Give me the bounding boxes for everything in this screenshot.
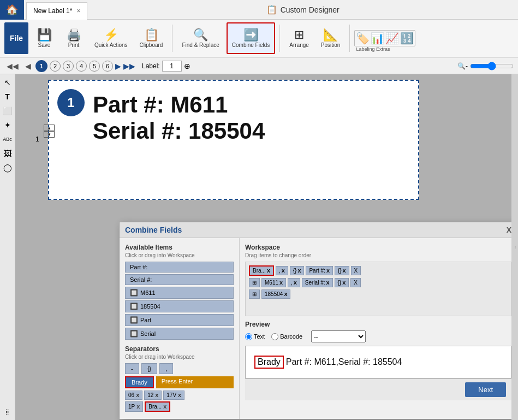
workspace-subtitle: Drag items to change order [245,252,511,258]
avail-m611-item[interactable]: 🔲 M611 [125,287,234,299]
avail-serial-item[interactable]: Serial #: [125,274,234,285]
ws-curly1-remove[interactable]: X [297,268,301,274]
chip-1p[interactable]: 1P X [125,401,143,412]
serial2-icon: 🔲 [130,330,138,338]
avail-185504-item[interactable]: 🔲 185504 [125,300,234,312]
chip-bra[interactable]: Bra... X [145,401,170,412]
chip-06[interactable]: 06 X [125,391,142,400]
labeling-extra-1[interactable]: 🏷️ [356,32,370,45]
text-radio-label[interactable]: Text [245,333,265,340]
labeling-extra-2[interactable]: 📊 [371,32,384,45]
side-arrow-down[interactable]: ▼ [44,131,55,138]
ws-185504-remove[interactable]: X [284,292,287,297]
labeling-extra-3[interactable]: 📈 [385,32,399,45]
dash-separator[interactable]: - [125,363,139,374]
ws-curly1-label: {} [293,268,297,274]
dialog-close-button[interactable]: X [507,226,511,234]
workspace-row-2: ⊞ M611 X , X [249,278,508,287]
nav-next-button[interactable]: ▶ [115,62,121,70]
zoom-slider[interactable] [470,62,514,70]
ws-curly2-remove[interactable]: X [343,268,346,274]
nav-first-button[interactable]: ◀◀ [4,61,21,72]
ws-chip-comma2[interactable]: , X [288,278,300,287]
nav-last-button[interactable]: ▶▶ [123,62,135,70]
preview-box: Brady Part #: M611,Serial #: 185504 [245,346,511,378]
canvas-area: 1 Part #: M611 Serial #: 185504 1 ▲ ▼ Co [15,74,511,420]
ws-comma2-remove[interactable]: X [294,280,297,286]
nav-prev-button[interactable]: ◀ [23,61,33,72]
chip-17v[interactable]: 17V X [163,391,184,400]
avail-serial2-item[interactable]: 🔲 Serial [125,328,234,340]
ws-chip-m611[interactable]: M611 X [261,278,286,287]
ws-chip-bra[interactable]: Bra... X [249,265,274,276]
nav-forward-button[interactable]: ⊕ [184,62,190,70]
print-button[interactable]: 🖨️ Print [60,22,87,54]
position-button[interactable]: 📐 Position [316,22,346,54]
curly-separator[interactable]: {} [141,363,157,374]
nav-page-1[interactable]: 1 [35,60,47,72]
ws-m611-remove[interactable]: X [279,280,283,286]
nav-page-3[interactable]: 3 [63,61,74,72]
circle-tool[interactable]: ◯ [2,162,14,174]
ws-chip-part[interactable]: Part #: X [306,266,332,275]
arrange-button[interactable]: ⊞ Arrange [284,22,314,54]
clipboard-button[interactable]: 📋 Clipboard [135,22,168,54]
tab-close-button[interactable]: × [76,7,80,15]
chip-17v-remove[interactable]: X [178,393,181,398]
ws-chip-curly2[interactable]: {} X [335,266,349,275]
zoom-controls: 🔍- [457,62,514,70]
ws-chip-comma1[interactable]: , X [276,266,288,275]
ws-chip-185504[interactable]: 185504 X [261,289,290,299]
chip-06-remove[interactable]: X [136,393,139,398]
find-replace-button[interactable]: 🔍 Find & Replace [177,22,224,54]
text-radio[interactable] [245,333,252,340]
ws-chip-x2[interactable]: X [350,278,361,287]
next-button[interactable]: Next [465,382,506,397]
app-tab[interactable]: New Label 1* × [26,2,87,20]
ws-comma1-remove[interactable]: X [282,268,285,274]
brady-separator[interactable]: Brady [125,376,154,388]
ws-chip-x1[interactable]: X [351,266,361,275]
text-tool[interactable]: T [2,91,14,103]
home-button[interactable]: 🏠 [0,0,24,20]
chip-12-remove[interactable]: X [155,393,158,398]
side-arrow-up[interactable]: ▲ [44,125,55,131]
shape-tool[interactable]: ⬜ [2,105,14,117]
image-tool[interactable]: 🖼 [2,147,14,159]
quick-actions-button[interactable]: ⚡ Quick Actions [90,22,133,54]
barcode-radio-label[interactable]: Barcode [271,333,302,340]
grid-tool[interactable]: ⣿ [2,406,14,418]
abc-tool[interactable]: ABc [2,133,14,145]
select-tool[interactable]: ↖ [2,76,14,88]
nav-page-5[interactable]: 5 [89,61,100,72]
pointer-tool[interactable]: ✦ [2,119,14,131]
zoom-out-button[interactable]: 🔍- [457,62,468,70]
save-button[interactable]: 💾 Save [31,22,58,54]
chip-1p-remove[interactable]: X [136,404,140,410]
ws-chip-serial[interactable]: Serial #: X [302,278,333,287]
avail-part-item[interactable]: Part #: [125,262,234,273]
nav-page-4[interactable]: 4 [76,61,87,72]
app-title-area: 📋 Custom Designer [87,4,518,15]
brady-enter-row: Brady Press Enter [125,376,234,388]
barcode-type-select[interactable]: -- [311,330,366,342]
nav-page-2[interactable]: 2 [50,61,61,72]
chip-bra-remove[interactable]: X [163,404,166,410]
file-button[interactable]: File [4,22,28,54]
nav-page-6[interactable]: 6 [102,61,113,72]
ws-part-remove[interactable]: X [326,268,330,274]
barcode-radio[interactable] [271,333,278,340]
chip-12-label: 12 [147,392,153,398]
ws-bra-remove[interactable]: X [267,268,270,274]
combine-fields-button[interactable]: ➡️ Combine Fields [227,22,275,54]
ws-curly3-remove[interactable]: X [342,280,346,286]
chip-12[interactable]: 12 X [144,391,162,400]
avail-part2-item[interactable]: 🔲 Part [125,314,234,326]
enter-separator[interactable]: Press Enter [156,376,234,388]
comma-separator[interactable]: , [159,363,173,374]
ws-chip-curly1[interactable]: {} X [290,266,305,275]
labeling-extra-4[interactable]: 🔢 [400,32,414,45]
label-number-input[interactable] [162,61,182,72]
ws-serial-remove[interactable]: X [326,280,330,286]
ws-chip-curly3[interactable]: {} X [335,278,349,287]
